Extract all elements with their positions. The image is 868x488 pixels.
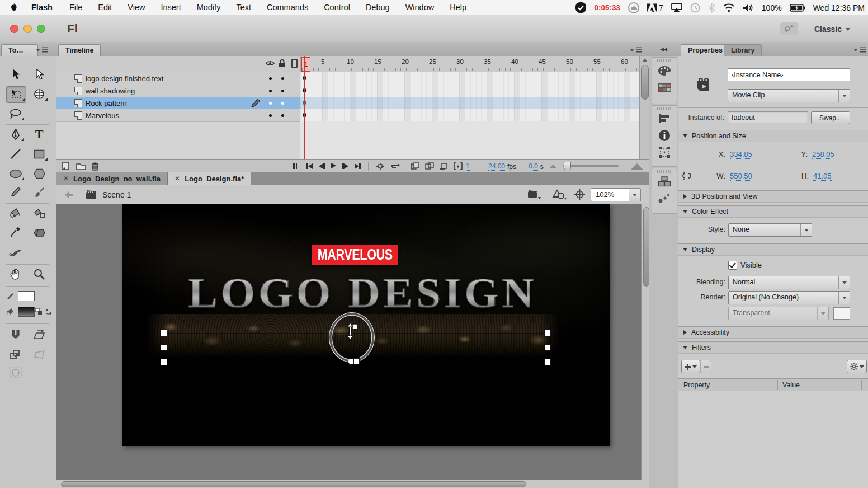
marvelous-badge-artwork[interactable]: MARVELOUS xyxy=(312,245,398,265)
line-tool[interactable] xyxy=(6,146,25,162)
timeline-zoom-slider-knob[interactable] xyxy=(564,162,571,170)
layer-lock-dot[interactable] xyxy=(281,77,284,80)
close-tab-icon[interactable]: ✕ xyxy=(174,175,180,182)
align-panel-icon[interactable] xyxy=(652,110,677,127)
layer-visible-dot[interactable] xyxy=(269,90,272,92)
apple-menu-icon[interactable] xyxy=(9,3,18,12)
timeline-panel-menu-icon[interactable] xyxy=(630,46,642,53)
center-frame-button[interactable] xyxy=(376,162,385,170)
motion-presets-panel-icon[interactable] xyxy=(652,190,677,207)
frames-row-selected[interactable] xyxy=(300,97,639,110)
eraser-tool[interactable] xyxy=(30,224,49,240)
menu-insert[interactable]: Insert xyxy=(153,0,188,15)
pen-tool[interactable] xyxy=(6,126,25,142)
eyedropper-tool[interactable] xyxy=(6,224,25,240)
workspace-switcher-icon[interactable] xyxy=(780,22,798,35)
transform-panel-icon[interactable] xyxy=(652,144,677,161)
oval-tool[interactable] xyxy=(6,166,25,181)
selection-tool[interactable] xyxy=(6,67,25,82)
visible-checkbox[interactable] xyxy=(728,261,737,270)
elapsed-time-value[interactable]: 0.0 xyxy=(529,162,538,171)
transform-handle-right-top[interactable] xyxy=(544,330,551,336)
column-divider[interactable] xyxy=(861,380,862,390)
edit-symbols-button[interactable] xyxy=(552,189,567,200)
menu-flash[interactable]: Flash xyxy=(22,0,62,15)
layer-row-rock-pattern-selected[interactable]: Rock pattern xyxy=(56,97,300,110)
timeline-zoom-in-icon[interactable] xyxy=(631,163,643,170)
loop-button[interactable] xyxy=(390,162,400,170)
color-panel-icon[interactable] xyxy=(652,62,677,79)
menu-modify[interactable]: Modify xyxy=(189,0,229,15)
info-panel-icon[interactable] xyxy=(652,127,677,144)
close-window-button[interactable] xyxy=(10,25,18,33)
transform-bottom-center-handle[interactable] xyxy=(353,358,360,364)
3d-rotation-tool[interactable] xyxy=(30,86,49,102)
play-button[interactable] xyxy=(331,163,336,168)
layer-name[interactable]: Marvelous xyxy=(86,111,119,120)
tab-tools-panel[interactable]: To… xyxy=(1,44,38,57)
layer-lock-dot[interactable] xyxy=(281,114,284,117)
layer-lock-dot[interactable] xyxy=(281,90,284,92)
step-back-button[interactable] xyxy=(319,163,325,169)
frame-rate-value[interactable]: 24.00 xyxy=(488,162,505,171)
playhead[interactable] xyxy=(304,56,305,159)
layer-name[interactable]: logo design finished text xyxy=(86,74,163,83)
outline-column-icon[interactable] xyxy=(291,59,298,68)
transform-handle-left-middle[interactable] xyxy=(161,344,167,351)
edit-scene-button[interactable] xyxy=(527,189,541,200)
new-layer-button[interactable] xyxy=(62,162,70,171)
close-tab-icon[interactable]: ✕ xyxy=(63,175,69,182)
subselection-tool[interactable] xyxy=(30,67,49,82)
current-frame-value[interactable]: 1 xyxy=(466,162,470,171)
go-to-first-frame-button[interactable] xyxy=(306,163,313,169)
timeline-frame-ruler[interactable]: 1 5 10 15 20 25 30 35 40 45 50 55 60 xyxy=(300,56,640,72)
step-forward-button[interactable] xyxy=(342,163,348,169)
document-tab-logo-design-no-wall[interactable]: ✕ Logo_Design_no_wall.fla xyxy=(56,172,168,185)
rectangle-tool[interactable] xyxy=(30,146,49,162)
tab-properties[interactable]: Properties xyxy=(681,44,730,57)
stroke-color-control[interactable] xyxy=(7,291,35,301)
timeline-zoom-out-icon[interactable] xyxy=(549,165,557,168)
layer-row-marvelous[interactable]: Marvelous xyxy=(56,109,300,122)
center-stage-crosshair-icon[interactable] xyxy=(574,189,585,200)
back-arrow-icon[interactable] xyxy=(64,191,73,199)
menu-window[interactable]: Window xyxy=(398,0,442,15)
bluetooth-icon[interactable] xyxy=(708,3,715,13)
section-display[interactable]: Display xyxy=(678,243,868,256)
h-value[interactable]: 41.05 xyxy=(813,172,832,181)
instance-of-value[interactable]: fadeout xyxy=(728,111,808,123)
layer-row-wall-shadowing[interactable]: wall shadowing xyxy=(56,85,300,97)
scene-breadcrumb[interactable]: Scene 1 xyxy=(102,190,131,199)
scale-option[interactable] xyxy=(6,346,25,362)
timeline-zoom-slider-track[interactable] xyxy=(563,165,619,167)
layer-name[interactable]: Rock pattern xyxy=(86,99,127,107)
paint-bucket-tool[interactable] xyxy=(6,205,25,221)
modify-markers-button[interactable] xyxy=(453,162,463,170)
transform-handle-left-bottom[interactable] xyxy=(161,359,167,365)
tab-timeline-panel[interactable]: Timeline xyxy=(58,44,101,57)
menu-commands[interactable]: Commands xyxy=(259,0,316,15)
recording-timer[interactable]: 0:05:33 xyxy=(594,3,620,12)
render-dropdown[interactable]: Original (No Change) xyxy=(728,291,850,304)
column-divider[interactable] xyxy=(777,380,778,390)
stage[interactable]: MARVELOUS LOGO DESIGN xyxy=(122,204,610,446)
menubar-clock[interactable]: Wed 12:36 PM xyxy=(813,3,865,12)
minimize-window-button[interactable] xyxy=(23,25,32,33)
layer-row-logo-design-finished-text[interactable]: logo design finished text xyxy=(56,72,300,85)
transform-handle-right-middle[interactable] xyxy=(544,344,551,351)
zoom-window-button[interactable] xyxy=(37,25,45,33)
layer-name[interactable]: wall shadowing xyxy=(86,87,135,95)
new-folder-button[interactable] xyxy=(76,162,86,170)
snap-to-objects-option[interactable] xyxy=(6,327,25,342)
lock-column-icon[interactable] xyxy=(279,59,286,68)
link-width-height-icon[interactable] xyxy=(682,170,692,181)
transform-handle-left-top[interactable] xyxy=(161,330,167,336)
layer-visible-dot[interactable] xyxy=(269,77,272,80)
stage-zoom-dropdown[interactable]: 102% xyxy=(591,188,641,201)
canvas-vertical-scrollbar[interactable] xyxy=(641,204,649,480)
workspace-selector[interactable]: Classic xyxy=(809,22,856,36)
airplay-icon[interactable] xyxy=(671,3,682,12)
section-3d-position-and-view[interactable]: 3D Position and View xyxy=(678,190,868,203)
tools-panel-menu-icon[interactable] xyxy=(36,46,48,53)
components-panel-icon[interactable] xyxy=(652,173,677,190)
